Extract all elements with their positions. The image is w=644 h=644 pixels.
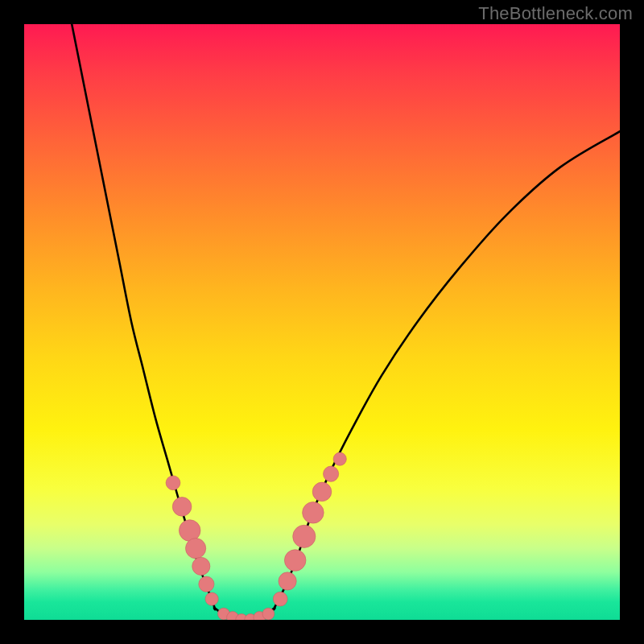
right-beads-marker: [333, 452, 346, 465]
watermark-text: TheBottleneck.com: [478, 3, 633, 24]
left-beads-marker: [205, 592, 218, 605]
right-beads-marker: [303, 502, 324, 524]
curve-layer: [24, 24, 620, 620]
left-beads-marker: [166, 476, 180, 490]
right-beads-marker: [273, 592, 287, 606]
right-beads-marker: [279, 572, 296, 590]
chart-frame: TheBottleneck.com: [0, 0, 644, 644]
left-beads-marker: [192, 557, 210, 575]
beads-group: [166, 452, 346, 620]
right-beads-marker: [312, 482, 332, 502]
right-beads-marker: [293, 525, 316, 547]
left-beads-marker: [199, 576, 214, 592]
floor-beads-marker: [262, 608, 275, 620]
left-beads-marker: [172, 497, 192, 517]
left-beads-marker: [179, 520, 200, 542]
bottleneck-curve: [72, 24, 620, 620]
plot-area: [24, 24, 620, 620]
right-beads-marker: [324, 466, 339, 481]
left-beads-marker: [186, 539, 206, 559]
right-beads-marker: [284, 550, 306, 572]
